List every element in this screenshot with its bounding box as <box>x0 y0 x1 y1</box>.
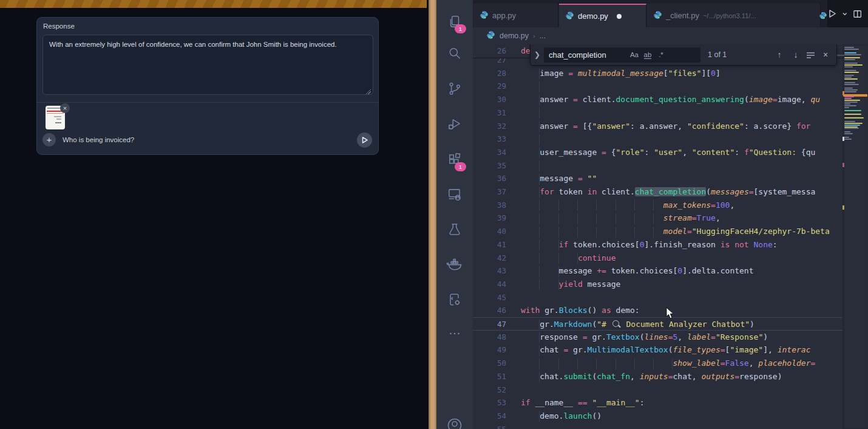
toggle-replace-chevron[interactable]: ❯ <box>531 50 544 59</box>
activity-item-docker[interactable] <box>436 251 473 280</box>
code-line: 41if token.choices[0].finish_reason is n… <box>473 238 843 252</box>
tab-label: app.py <box>492 11 516 20</box>
run-button[interactable] <box>827 9 837 19</box>
find-input-wrap: Aa ab .* <box>544 47 700 63</box>
code-line: 45 <box>473 291 843 304</box>
line-number: 31 <box>473 106 506 120</box>
tab-demo.py[interactable]: demo.py <box>559 4 646 27</box>
overview-ruler-marker <box>843 163 844 167</box>
file-gear-icon <box>447 292 463 310</box>
line-number: 28 <box>473 67 506 80</box>
chat-input[interactable]: Who is being invoiced? <box>63 136 134 143</box>
code-line: 40model="HuggingFaceH4/zephyr-7b-beta <box>473 225 843 238</box>
card-divider <box>37 102 378 103</box>
code-line: 46with gr.Blocks() as demo: <box>473 304 843 317</box>
tab-label: demo.py <box>578 12 608 21</box>
vscode-window: 11 _client.py~/.../python3.11/...demo.py… <box>436 0 868 429</box>
overview-ruler-marker <box>843 205 844 210</box>
code-line: 51chat.submit(chat_fn, inputs=chat, outp… <box>473 370 843 383</box>
window-titlebar <box>0 0 427 8</box>
code-line: 36message = "" <box>473 172 843 185</box>
next-match-button[interactable]: ↓ <box>790 50 802 60</box>
response-card: Response With an extremely high level of… <box>36 17 379 155</box>
send-button[interactable] <box>357 132 372 148</box>
match-case-toggle[interactable]: Aa <box>628 51 641 58</box>
minimap[interactable] <box>843 44 868 429</box>
line-number: 47 <box>473 318 506 331</box>
code-line: 43message += token.choices[0].delta.cont… <box>473 264 843 278</box>
activity-item-testing[interactable] <box>436 216 473 245</box>
line-number: 53 <box>473 396 506 410</box>
modified-dot-icon <box>617 14 622 19</box>
code-line: 34user_message = {"role": "user", "conte… <box>473 146 843 159</box>
window-divider[interactable] <box>429 0 436 429</box>
activity-item-more[interactable] <box>436 320 473 349</box>
find-results-count: 1 of 1 <box>708 50 727 59</box>
python-icon <box>653 10 666 21</box>
tab-path: ~/.../python3.11/... <box>703 12 756 19</box>
line-number: 52 <box>473 383 506 397</box>
code-line: 55 <box>473 423 843 429</box>
breadcrumb-file[interactable]: demo.py <box>500 32 529 40</box>
code-line: 54demo.launch() <box>473 410 843 423</box>
previous-match-button[interactable]: ↑ <box>773 50 785 60</box>
docker-icon <box>446 256 463 275</box>
run-dropdown-chevron[interactable] <box>842 11 848 17</box>
ellipsis-icon <box>447 326 463 344</box>
remote-explorer-icon <box>447 187 463 205</box>
code-line: 29 <box>473 80 843 93</box>
activity-item-remote-explorer[interactable] <box>436 181 473 210</box>
code-line: 44yield message <box>473 278 843 291</box>
code-line: 33 <box>473 132 843 146</box>
remove-attachment-button[interactable]: × <box>60 103 70 113</box>
activity-item-run-debug[interactable] <box>436 111 473 140</box>
find-widget: ❯ Aa ab .* 1 of 1 ↑ ↓ × <box>530 44 837 66</box>
code-line: 35 <box>473 159 843 173</box>
find-input[interactable] <box>544 50 628 60</box>
code-line: 37for token in client.chat_completion(me… <box>473 185 843 199</box>
activity-badge: 1 <box>455 162 466 171</box>
whole-word-toggle[interactable]: ab <box>641 51 654 58</box>
split-editor-icon[interactable] <box>853 9 862 19</box>
python-icon <box>486 30 495 41</box>
line-number: 30 <box>473 93 506 106</box>
line-number: 29 <box>473 80 506 93</box>
tab-partial[interactable] <box>819 4 827 27</box>
source-control-icon <box>447 81 463 99</box>
tab-app.py[interactable]: app.py <box>473 4 558 27</box>
breadcrumb: demo.py › ... <box>473 27 868 44</box>
overview-ruler-marker <box>843 137 844 141</box>
find-in-selection-icon[interactable] <box>806 51 815 59</box>
tab-_client.py[interactable]: _client.py~/.../python3.11/... <box>647 4 821 27</box>
regex-toggle[interactable]: .* <box>654 51 668 58</box>
gradio-app-pane: Response With an extremely high level of… <box>0 0 429 429</box>
activity-item-search[interactable] <box>436 40 473 69</box>
activity-bar: 11 <box>436 0 473 429</box>
tab-label: _client.py <box>666 11 699 20</box>
line-number: 48 <box>473 331 506 344</box>
activity-item-source-control[interactable] <box>436 75 473 105</box>
code-line: 32answer = [{"answer": a.answer, "confid… <box>473 120 843 133</box>
breadcrumb-chevron-icon: › <box>533 32 535 39</box>
python-icon <box>565 11 578 22</box>
activity-item-extensions[interactable]: 1 <box>436 146 473 176</box>
activity-item-explorer[interactable]: 1 <box>436 9 473 38</box>
activity-item-account[interactable] <box>436 412 473 429</box>
activity-badge: 1 <box>455 24 466 33</box>
screen: Response With an extremely high level of… <box>0 0 868 429</box>
activity-item-container-tools[interactable] <box>436 286 473 315</box>
code-line: 42continue <box>473 252 843 265</box>
python-icon <box>480 10 492 21</box>
code-editor[interactable]: 2728image = multimodal_message["files"][… <box>473 44 868 429</box>
line-number: 45 <box>473 291 506 304</box>
breadcrumb-more[interactable]: ... <box>540 32 546 40</box>
line-number: 36 <box>473 172 506 185</box>
line-number: 35 <box>473 159 506 173</box>
close-find-button[interactable]: × <box>819 50 832 60</box>
add-file-button[interactable]: + <box>42 133 56 146</box>
line-number: 46 <box>473 304 506 317</box>
search-icon <box>447 46 463 64</box>
response-label: Response <box>43 22 75 30</box>
response-textarea[interactable]: With an extremely high level of confiden… <box>42 35 373 95</box>
tab-bar: _client.py~/.../python3.11/...demo.pyapp… <box>473 0 868 27</box>
